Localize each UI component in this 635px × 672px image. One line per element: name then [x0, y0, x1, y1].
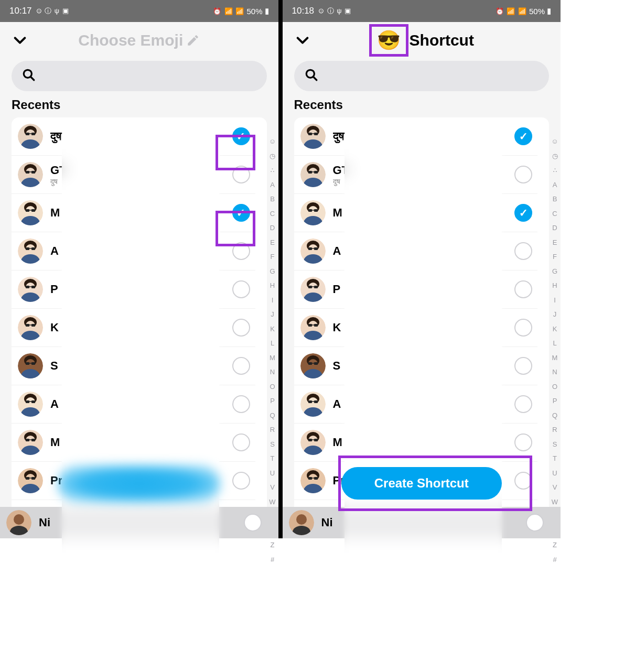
select-checkbox[interactable] — [514, 280, 532, 298]
select-checkbox[interactable] — [232, 395, 250, 413]
index-letter[interactable]: M — [552, 354, 558, 362]
index-letter[interactable]: B — [270, 195, 275, 203]
alpha-index[interactable]: ☺ ◷ ⛬ ABCDEFGHIJKLMNOPQRSTUVWXYZ# — [268, 137, 277, 563]
index-letter[interactable]: K — [553, 325, 557, 333]
index-letter[interactable]: R — [552, 426, 557, 433]
index-letter[interactable]: T — [271, 454, 275, 462]
index-letter[interactable]: J — [553, 310, 557, 318]
list-item[interactable]: S — [12, 347, 255, 385]
back-chevron[interactable] — [9, 30, 30, 51]
index-letter[interactable]: I — [554, 296, 556, 304]
select-checkbox[interactable] — [514, 319, 532, 337]
index-letter[interactable]: H — [552, 281, 557, 289]
select-checkbox[interactable] — [526, 514, 544, 532]
index-letter[interactable]: F — [271, 253, 275, 261]
recent-index-icon[interactable]: ◷ — [270, 152, 275, 160]
index-letter[interactable]: G — [270, 267, 275, 275]
alpha-index[interactable]: ☺ ◷ ⛬ ABCDEFGHIJKLMNOPQRSTUVWXYZ# — [550, 137, 559, 563]
index-letter[interactable]: T — [553, 454, 557, 462]
select-checkbox[interactable] — [232, 204, 250, 222]
index-letter[interactable]: V — [270, 483, 275, 491]
index-letter[interactable]: # — [553, 556, 556, 563]
index-letter[interactable]: P — [553, 397, 557, 405]
index-letter[interactable]: C — [270, 210, 275, 218]
list-item[interactable]: Ni — [283, 507, 561, 538]
index-letter[interactable]: L — [271, 339, 274, 347]
back-chevron[interactable] — [292, 30, 313, 51]
index-letter[interactable]: H — [270, 281, 275, 289]
index-letter[interactable]: A — [270, 181, 275, 189]
index-letter[interactable]: C — [552, 210, 557, 218]
index-letter[interactable]: W — [552, 498, 558, 506]
index-letter[interactable]: J — [271, 310, 274, 318]
list-item[interactable]: P — [294, 270, 538, 309]
list-item[interactable]: GTदुष — [12, 156, 255, 194]
list-item[interactable]: Ni — [0, 507, 278, 538]
create-shortcut-button[interactable]: Create Shortcut — [341, 467, 502, 500]
list-item[interactable]: दुष — [294, 117, 538, 156]
index-letter[interactable]: W — [269, 498, 275, 506]
cta-blurred[interactable] — [58, 465, 220, 503]
list-item[interactable]: GTदुष — [294, 156, 538, 194]
index-letter[interactable]: O — [270, 383, 275, 391]
select-checkbox[interactable] — [232, 127, 250, 145]
index-letter[interactable]: N — [552, 368, 557, 376]
select-checkbox[interactable] — [244, 514, 262, 532]
select-checkbox[interactable] — [232, 166, 250, 183]
emoji-index-icon[interactable]: ☺ — [551, 137, 558, 145]
list-item[interactable]: M — [294, 424, 538, 462]
index-letter[interactable]: S — [553, 440, 557, 448]
list-item[interactable]: A — [294, 232, 538, 270]
group-index-icon[interactable]: ⛬ — [269, 166, 276, 174]
select-checkbox[interactable] — [232, 433, 250, 451]
list-item[interactable]: M — [12, 424, 255, 462]
list-item[interactable]: M — [294, 194, 538, 232]
select-checkbox[interactable] — [514, 472, 532, 490]
page-title[interactable]: Choose Emoji — [30, 31, 248, 49]
index-letter[interactable]: L — [553, 339, 556, 347]
select-checkbox[interactable] — [514, 395, 532, 413]
index-letter[interactable]: R — [270, 426, 275, 433]
index-letter[interactable]: O — [552, 383, 557, 391]
list-item[interactable]: K — [294, 309, 538, 347]
index-letter[interactable]: E — [270, 239, 275, 246]
index-letter[interactable]: F — [553, 253, 557, 261]
select-checkbox[interactable] — [232, 357, 250, 375]
index-letter[interactable]: A — [553, 181, 557, 189]
index-letter[interactable]: P — [270, 397, 275, 405]
recent-index-icon[interactable]: ◷ — [552, 152, 558, 160]
list-item[interactable]: S — [294, 347, 538, 385]
index-letter[interactable]: U — [270, 469, 275, 477]
select-checkbox[interactable] — [514, 433, 532, 451]
search-input[interactable] — [294, 61, 550, 91]
index-letter[interactable]: K — [270, 325, 275, 333]
select-checkbox[interactable] — [514, 204, 532, 222]
list-item[interactable]: A — [294, 385, 538, 424]
list-item[interactable]: K — [12, 309, 255, 347]
index-letter[interactable]: N — [270, 368, 275, 376]
index-letter[interactable]: D — [270, 224, 275, 232]
index-letter[interactable]: U — [552, 469, 557, 477]
index-letter[interactable]: S — [270, 440, 275, 448]
index-letter[interactable]: Z — [553, 541, 557, 549]
list-item[interactable]: A — [12, 232, 255, 270]
index-letter[interactable]: I — [272, 296, 274, 304]
index-letter[interactable]: Z — [271, 541, 275, 549]
select-checkbox[interactable] — [514, 357, 532, 375]
page-title[interactable]: 😎 Shortcut — [313, 24, 531, 57]
index-letter[interactable]: M — [270, 354, 275, 362]
index-letter[interactable]: Q — [270, 411, 275, 419]
index-letter[interactable]: B — [553, 195, 557, 203]
list-item[interactable]: M — [12, 194, 255, 232]
group-index-icon[interactable]: ⛬ — [552, 166, 558, 174]
select-checkbox[interactable] — [514, 127, 532, 145]
list-item[interactable]: दुष — [12, 117, 255, 156]
select-checkbox[interactable] — [232, 280, 250, 298]
list-item[interactable]: P — [12, 270, 255, 309]
index-letter[interactable]: D — [552, 224, 557, 232]
select-checkbox[interactable] — [232, 472, 250, 490]
index-letter[interactable]: E — [553, 239, 557, 246]
list-item[interactable]: A — [12, 385, 255, 424]
select-checkbox[interactable] — [232, 319, 250, 337]
select-checkbox[interactable] — [514, 242, 532, 260]
